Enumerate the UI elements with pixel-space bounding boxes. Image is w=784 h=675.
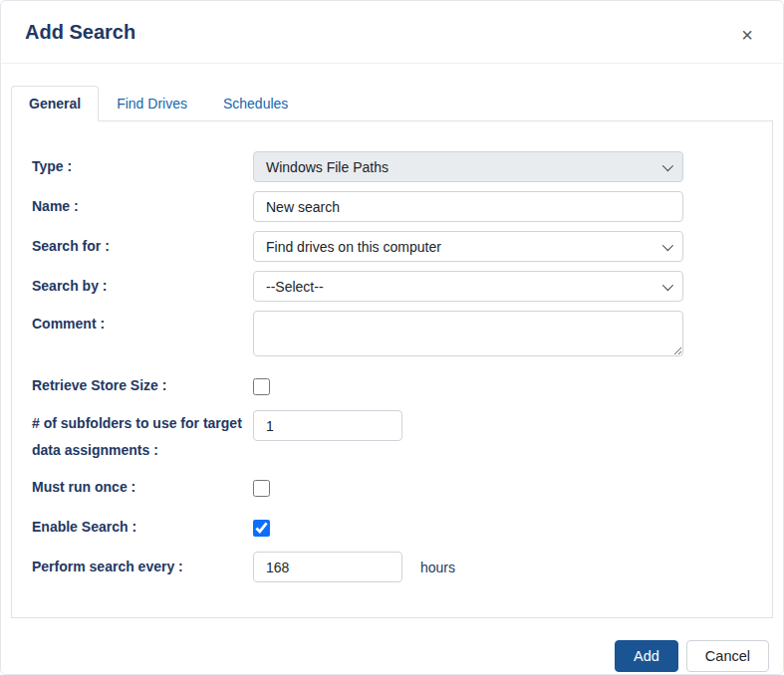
chevron-down-icon [662,159,673,170]
subfolders-row: # of subfolders to use for target data a… [32,410,752,463]
retrieve-store-size-row: Retrieve Store Size : [32,370,752,401]
tab-panel-general: Type : Windows File Paths Name : Search … [11,120,773,618]
search-for-select[interactable]: Find drives on this computer [253,231,683,262]
must-run-once-checkbox[interactable] [253,480,270,497]
search-by-select-value: --Select-- [266,279,324,295]
subfolders-input[interactable] [253,410,402,441]
hours-suffix-label: hours [420,560,455,575]
retrieve-store-size-label: Retrieve Store Size : [32,372,253,399]
name-label: Name : [32,193,253,220]
perform-search-every-label: Perform search every : [32,554,253,580]
retrieve-store-size-checkbox[interactable] [253,378,270,395]
perform-search-every-row: Perform search every : hours [32,552,752,582]
dialog-header: Add Search × [1,1,783,64]
type-row: Type : Windows File Paths [32,151,752,182]
type-label: Type : [32,153,253,180]
tab-general[interactable]: General [11,86,99,121]
dialog-title: Add Search [25,21,135,44]
enable-search-label: Enable Search : [32,514,253,541]
must-run-once-label: Must run once : [32,474,253,501]
enable-search-row: Enable Search : [32,512,752,543]
chevron-down-icon [662,239,673,250]
enable-search-checkbox[interactable] [253,520,270,537]
name-input[interactable] [253,191,683,222]
name-row: Name : [32,191,752,222]
tab-bar: General Find Drives Schedules [11,86,773,121]
comment-textarea[interactable] [253,311,683,356]
subfolders-label: # of subfolders to use for target data a… [32,410,253,463]
close-icon[interactable]: × [735,21,759,49]
add-search-dialog: Add Search × General Find Drives Schedul… [0,0,784,675]
add-button[interactable]: Add [615,640,678,672]
must-run-once-row: Must run once : [32,472,752,503]
search-by-row: Search by : --Select-- [32,271,752,302]
perform-search-every-input[interactable] [253,552,402,582]
search-by-label: Search by : [32,273,253,300]
search-for-row: Search for : Find drives on this compute… [32,231,752,262]
search-for-select-value: Find drives on this computer [266,239,441,255]
chevron-down-icon [662,279,673,290]
comment-label: Comment : [32,311,253,338]
type-select-value: Windows File Paths [266,159,389,175]
comment-row: Comment : [32,311,752,356]
type-select[interactable]: Windows File Paths [253,151,683,182]
search-for-label: Search for : [32,233,253,260]
search-by-select[interactable]: --Select-- [253,271,683,302]
tab-find-drives[interactable]: Find Drives [99,86,205,121]
tab-schedules[interactable]: Schedules [205,86,306,121]
cancel-button[interactable]: Cancel [686,640,769,672]
dialog-footer: Add Cancel [1,618,783,675]
